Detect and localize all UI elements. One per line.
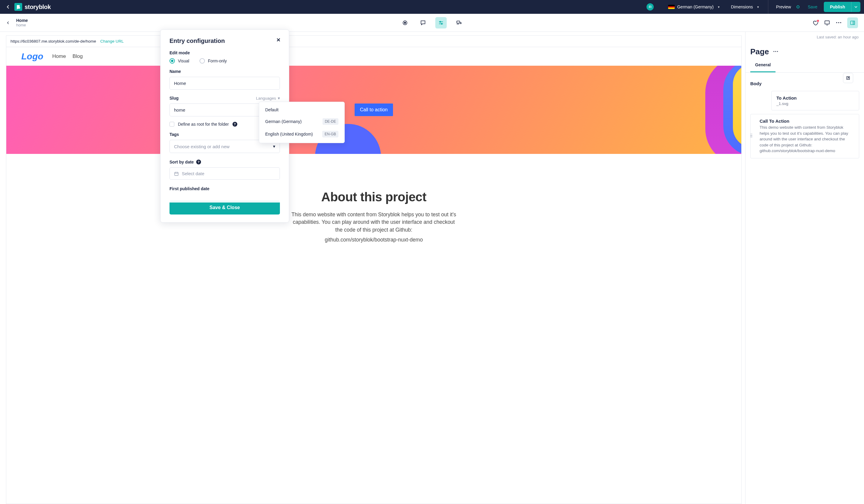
dropdown-item-default[interactable]: Default bbox=[259, 104, 344, 115]
date-placeholder: Select date bbox=[182, 171, 204, 176]
brand-text: storyblok bbox=[25, 3, 51, 11]
publish-dropdown[interactable] bbox=[851, 2, 861, 12]
publish-button-group: Publish bbox=[824, 2, 861, 12]
add-block-icon-button[interactable] bbox=[453, 17, 465, 28]
about-section: About this project This demo website wit… bbox=[6, 154, 741, 255]
help-icon[interactable]: ? bbox=[196, 160, 201, 165]
dropdown-default-label: Default bbox=[265, 107, 278, 112]
block-card[interactable]: ⠿⠿ Call To Action This demo website with… bbox=[750, 114, 859, 158]
flag-germany-icon bbox=[668, 5, 675, 9]
block-title: To Action bbox=[776, 95, 854, 100]
dimensions-select[interactable]: Dimensions ▾ bbox=[731, 4, 759, 9]
site-header: Logo Home Blog bbox=[6, 47, 741, 66]
sidebar-header: Page ··· bbox=[745, 41, 864, 59]
publish-button[interactable]: Publish bbox=[824, 2, 851, 12]
radio-form-only-label: Form-only bbox=[208, 59, 227, 63]
modal-title: Entry configuration bbox=[169, 37, 280, 45]
user-avatar[interactable]: FI bbox=[647, 3, 654, 11]
top-nav: storyblok FI German (Germany) ▾ Dimensio… bbox=[0, 0, 864, 14]
more-menu-button[interactable]: ··· bbox=[836, 19, 842, 26]
dropdown-english-label: English (United Kingdom) bbox=[265, 132, 313, 136]
settings-icon-button[interactable] bbox=[435, 17, 447, 28]
save-button[interactable]: Save bbox=[808, 4, 817, 9]
block-card[interactable]: To Action _1.svg bbox=[771, 91, 859, 110]
chevron-down-icon: ▾ bbox=[273, 144, 275, 149]
hero-section: Call to action bbox=[6, 66, 741, 154]
radio-visual-label: Visual bbox=[178, 59, 189, 63]
dropdown-german-label: German (Germany) bbox=[265, 119, 301, 124]
calendar-icon bbox=[174, 171, 179, 176]
brand-icon bbox=[14, 3, 22, 11]
svg-rect-9 bbox=[175, 172, 178, 176]
help-icon[interactable]: ? bbox=[232, 122, 237, 127]
svg-rect-8 bbox=[853, 21, 855, 25]
dropdown-item-german[interactable]: German (Germany) DE-DE bbox=[259, 115, 344, 128]
favorite-button[interactable] bbox=[813, 20, 818, 26]
nav-link-blog[interactable]: Blog bbox=[73, 53, 83, 59]
open-external-button[interactable] bbox=[843, 73, 853, 83]
change-url-link[interactable]: Change URL bbox=[100, 39, 123, 44]
site-logo[interactable]: Logo bbox=[21, 51, 43, 61]
status-dot-icon bbox=[796, 5, 800, 8]
svg-point-4 bbox=[441, 23, 442, 24]
back-arrow[interactable] bbox=[3, 4, 13, 10]
radio-visual[interactable]: Visual bbox=[169, 58, 189, 64]
languages-dropdown: Default German (Germany) DE-DE English (… bbox=[259, 102, 345, 143]
block-subtitle: _1.svg bbox=[776, 101, 854, 106]
language-code-badge: DE-DE bbox=[323, 118, 338, 125]
chevron-down-icon: ▾ bbox=[757, 5, 759, 9]
sub-nav: Home home ··· bbox=[0, 14, 864, 32]
desktop-view-button[interactable] bbox=[824, 20, 830, 26]
nav-link-home[interactable]: Home bbox=[52, 53, 66, 59]
tab-general[interactable]: General bbox=[750, 59, 776, 72]
language-select[interactable]: German (Germany) ▾ bbox=[668, 4, 719, 9]
divider bbox=[768, 0, 768, 14]
main-content: https://6c036807.me.storyblok.com/de-de/… bbox=[0, 32, 864, 504]
svg-rect-5 bbox=[457, 21, 460, 23]
define-root-label: Define as root for the folder bbox=[178, 122, 229, 127]
last-saved-text: Last saved: an hour ago bbox=[745, 32, 864, 41]
sidebar-toggle-button[interactable] bbox=[847, 17, 858, 28]
sort-label-row: Sort by date ? bbox=[169, 160, 280, 165]
preview-label: Preview bbox=[776, 4, 791, 9]
tags-placeholder: Choose existing or add new bbox=[174, 144, 229, 149]
edit-mode-label: Edit mode bbox=[169, 50, 280, 55]
cta-button[interactable]: Call to action bbox=[355, 104, 393, 116]
save-close-button[interactable]: Save & Close bbox=[169, 201, 280, 215]
dimensions-label: Dimensions bbox=[731, 4, 753, 9]
about-heading: About this project bbox=[30, 190, 717, 204]
component-menu-icon[interactable]: ··· bbox=[773, 49, 779, 55]
drag-handle-icon[interactable]: ⠿⠿ bbox=[750, 135, 753, 138]
breadcrumb-back[interactable] bbox=[6, 21, 10, 25]
chevron-down-icon: ▾ bbox=[278, 96, 280, 100]
languages-trigger[interactable]: Languages ▾ bbox=[256, 96, 280, 100]
radio-icon bbox=[200, 58, 205, 64]
hero-decoration bbox=[705, 66, 741, 154]
sort-label: Sort by date bbox=[169, 160, 194, 165]
url-bar: https://6c036807.me.storyblok.com/de-de/… bbox=[6, 35, 742, 47]
notification-badge bbox=[817, 20, 819, 22]
languages-label: Languages bbox=[256, 96, 276, 100]
preview-button[interactable]: Preview bbox=[776, 4, 800, 9]
chevron-down-icon: ▾ bbox=[718, 5, 720, 9]
right-sidebar: Last saved: an hour ago Page ··· General… bbox=[745, 32, 864, 504]
radio-icon bbox=[169, 58, 175, 64]
view-mode-tabs bbox=[399, 17, 465, 28]
sub-nav-actions: ··· bbox=[813, 17, 858, 28]
name-input[interactable] bbox=[169, 77, 280, 90]
language-label: German (Germany) bbox=[677, 4, 713, 9]
sidebar-tabs: General bbox=[745, 59, 864, 73]
close-button[interactable]: ✕ bbox=[276, 37, 280, 43]
brand[interactable]: storyblok bbox=[14, 3, 51, 11]
checkbox-icon bbox=[169, 122, 174, 127]
dropdown-item-english[interactable]: English (United Kingdom) EN-GB bbox=[259, 128, 344, 141]
radio-form-only[interactable]: Form-only bbox=[200, 58, 227, 64]
target-icon-button[interactable] bbox=[399, 17, 411, 28]
comment-icon-button[interactable] bbox=[417, 17, 429, 28]
first-published-label: First published date bbox=[169, 186, 280, 191]
svg-rect-6 bbox=[825, 21, 829, 24]
sort-date-input[interactable]: Select date bbox=[169, 167, 280, 180]
about-text-1: This demo website with content from Stor… bbox=[290, 211, 458, 234]
block-title: Call To Action bbox=[760, 119, 854, 123]
breadcrumb: Home home bbox=[16, 18, 28, 27]
